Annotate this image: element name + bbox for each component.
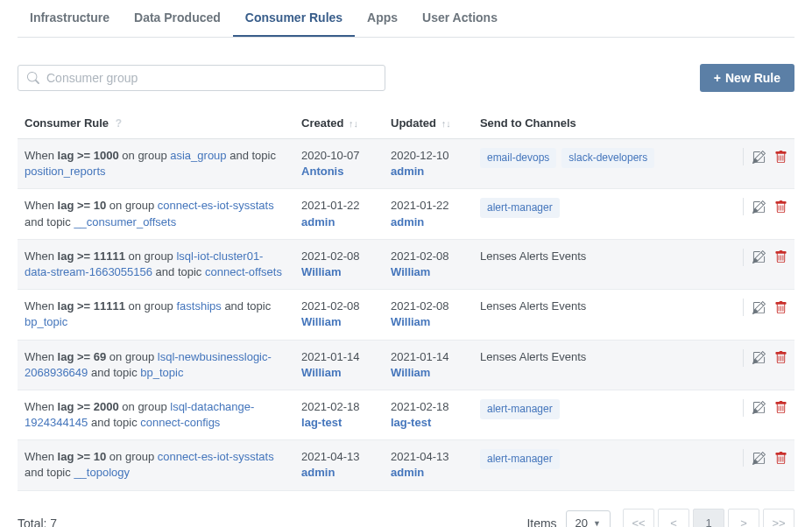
per-page-select[interactable]: 20 ▼ xyxy=(566,510,611,527)
tab-infrastructure[interactable]: Infrastructure xyxy=(18,0,122,37)
group-link[interactable]: connect-es-iot-sysstats xyxy=(158,450,274,463)
sort-icon: ↑↓ xyxy=(349,118,358,129)
updated-user[interactable]: lag-test xyxy=(391,415,466,431)
delete-icon[interactable] xyxy=(774,250,787,264)
divider xyxy=(743,449,744,467)
page-current[interactable]: 1 xyxy=(693,509,724,527)
col-header-created[interactable]: Created ↑↓ xyxy=(294,108,384,139)
edit-icon[interactable] xyxy=(752,301,766,314)
pagination: Items 20 ▼ << < 1 > >> xyxy=(526,509,794,527)
page-next-button[interactable]: > xyxy=(728,509,759,527)
created-user[interactable]: William xyxy=(301,314,377,330)
topic-link[interactable]: __topology xyxy=(74,466,130,479)
created-date: 2021-02-08 xyxy=(301,299,377,314)
created-user[interactable]: lag-test xyxy=(301,415,377,431)
created-date: 2021-02-08 xyxy=(301,249,377,264)
col-header-updated[interactable]: Updated ↑↓ xyxy=(384,108,473,139)
group-link[interactable]: asia_group xyxy=(170,149,226,162)
channel-pill[interactable]: alert-manager xyxy=(480,198,560,218)
updated-date: 2021-04-13 xyxy=(391,449,466,465)
divider xyxy=(743,299,744,316)
table-row: When lag >= 10 on group connect-es-iot-s… xyxy=(18,189,794,239)
tabs: InfrastructureData ProducedConsumer Rule… xyxy=(18,0,794,38)
search-input[interactable] xyxy=(46,71,376,85)
topic-link[interactable]: __consumer_offsets xyxy=(74,215,176,228)
page-first-button[interactable]: << xyxy=(623,509,654,527)
sort-icon: ↑↓ xyxy=(441,118,451,129)
created-date: 2020-10-07 xyxy=(301,148,377,164)
channel-pill[interactable]: alert-manager xyxy=(480,399,560,419)
table-row: When lag >= 11111 on group fastships and… xyxy=(18,290,794,340)
page-prev-button[interactable]: < xyxy=(658,509,689,527)
created-user[interactable]: admin xyxy=(301,214,377,230)
rule-text: When lag >= 11111 on group lsql-iot-clus… xyxy=(25,249,282,278)
edit-icon[interactable] xyxy=(752,351,766,364)
table-row: When lag >= 69 on group lsql-newbusiness… xyxy=(18,340,794,390)
topic-link[interactable]: connect-offsets xyxy=(205,265,282,278)
caret-down-icon: ▼ xyxy=(593,519,601,527)
updated-user[interactable]: William xyxy=(391,365,466,381)
updated-date: 2021-02-08 xyxy=(391,299,466,314)
rule-text: When lag >= 10 on group connect-es-iot-s… xyxy=(25,199,274,228)
updated-user[interactable]: admin xyxy=(391,465,466,481)
channel-text: Lenses Alerts Events xyxy=(480,299,586,313)
created-user[interactable]: William xyxy=(301,365,377,381)
updated-user[interactable]: William xyxy=(391,264,466,280)
items-label: Items xyxy=(526,516,556,527)
delete-icon[interactable] xyxy=(774,151,787,164)
table-row: When lag >= 10 on group connect-es-iot-s… xyxy=(18,440,794,490)
delete-icon[interactable] xyxy=(774,301,787,314)
plus-icon: + xyxy=(714,71,721,85)
created-date: 2021-01-22 xyxy=(301,198,377,214)
page-last-button[interactable]: >> xyxy=(763,509,794,527)
rule-text: When lag >= 1000 on group asia_group and… xyxy=(25,149,276,178)
channel-pill[interactable]: email-devops xyxy=(480,148,556,168)
group-link[interactable]: connect-es-iot-sysstats xyxy=(158,199,274,212)
edit-icon[interactable] xyxy=(752,151,766,164)
edit-icon[interactable] xyxy=(752,452,766,465)
tab-data-produced[interactable]: Data Produced xyxy=(122,0,233,37)
tab-user-actions[interactable]: User Actions xyxy=(410,0,510,37)
created-date: 2021-04-13 xyxy=(301,449,377,465)
updated-date: 2020-12-10 xyxy=(391,148,466,164)
delete-icon[interactable] xyxy=(774,452,787,465)
channel-text: Lenses Alerts Events xyxy=(480,249,586,263)
delete-icon[interactable] xyxy=(774,200,787,214)
updated-user[interactable]: admin xyxy=(391,164,466,179)
updated-user[interactable]: William xyxy=(391,314,466,330)
divider xyxy=(743,349,744,367)
created-date: 2021-01-14 xyxy=(301,349,377,365)
channel-pill[interactable]: alert-manager xyxy=(480,449,560,469)
updated-user[interactable]: admin xyxy=(391,214,466,230)
rule-text: When lag >= 11111 on group fastships and… xyxy=(25,299,271,328)
delete-icon[interactable] xyxy=(774,401,787,414)
rule-text: When lag >= 2000 on group lsql-datachang… xyxy=(25,400,254,429)
new-rule-button[interactable]: + New Rule xyxy=(700,64,794,92)
edit-icon[interactable] xyxy=(752,401,766,414)
tab-consumer-rules[interactable]: Consumer Rules xyxy=(233,0,355,37)
topic-link[interactable]: bp_topic xyxy=(25,315,67,328)
tab-apps[interactable]: Apps xyxy=(355,0,410,37)
created-user[interactable]: William xyxy=(301,264,377,280)
topic-link[interactable]: bp_topic xyxy=(140,366,183,379)
table-row: When lag >= 11111 on group lsql-iot-clus… xyxy=(18,239,794,289)
channel-pill[interactable]: slack-developers xyxy=(561,148,654,168)
edit-icon[interactable] xyxy=(752,250,766,264)
updated-date: 2021-02-08 xyxy=(391,249,466,264)
col-header-rule[interactable]: Consumer Rule ? xyxy=(18,108,294,139)
created-user[interactable]: Antonis xyxy=(301,164,377,179)
group-link[interactable]: fastships xyxy=(176,299,221,313)
divider xyxy=(743,399,744,417)
updated-date: 2021-01-14 xyxy=(391,349,466,365)
col-header-channels[interactable]: Send to Channels xyxy=(473,108,723,139)
created-user[interactable]: admin xyxy=(301,465,377,481)
topic-link[interactable]: connect-configs xyxy=(140,416,220,429)
search-box[interactable] xyxy=(18,65,385,91)
help-icon[interactable]: ? xyxy=(116,117,122,130)
table-row: When lag >= 1000 on group asia_group and… xyxy=(18,139,794,189)
rule-text: When lag >= 69 on group lsql-newbusiness… xyxy=(25,350,272,379)
delete-icon[interactable] xyxy=(774,351,787,364)
topic-link[interactable]: position_reports xyxy=(25,165,106,178)
edit-icon[interactable] xyxy=(752,200,766,214)
divider xyxy=(743,249,744,266)
